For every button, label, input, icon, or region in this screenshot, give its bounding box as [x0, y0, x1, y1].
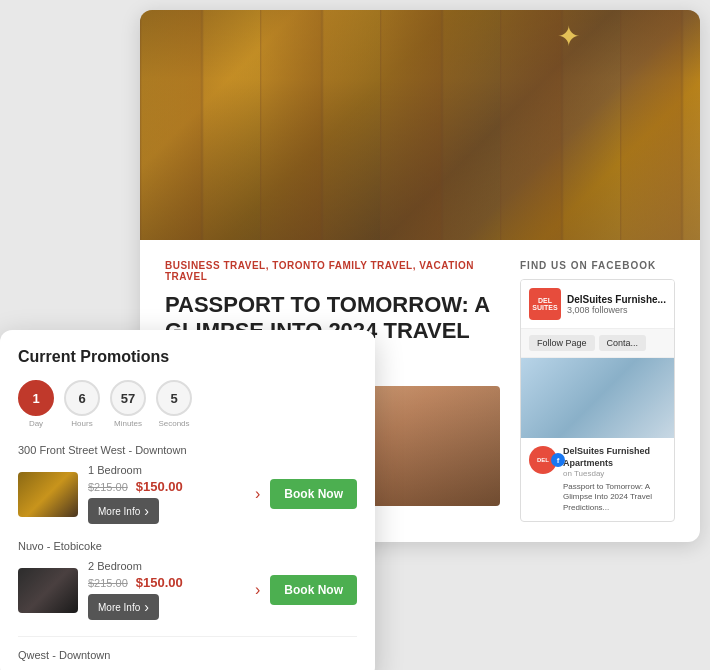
fb-actions: Follow Page Conta...	[521, 329, 674, 358]
fb-contact-button[interactable]: Conta...	[599, 335, 647, 351]
countdown-hours-label: Hours	[71, 419, 92, 428]
promotions-title: Current Promotions	[18, 348, 357, 366]
countdown-minutes: 57 Minutes	[110, 380, 146, 428]
countdown-seconds-circle: 5	[156, 380, 192, 416]
property-2-original-price: $215.00	[88, 577, 128, 589]
fb-facebook-icon: f	[551, 453, 565, 467]
countdown-hours-circle: 6	[64, 380, 100, 416]
property-1-name: 300 Front Street West - Downtown	[18, 444, 357, 456]
chandelier-decoration: ✦	[557, 20, 580, 53]
fb-post-date: on Tuesday	[563, 469, 666, 479]
property-1-card: 1 Bedroom $215.00 $150.00 More Info › Bo…	[18, 464, 357, 524]
property-2-sale-price: $150.00	[136, 575, 183, 590]
property-1-thumbnail	[18, 472, 78, 517]
property-2-prices: $215.00 $150.00	[88, 575, 245, 590]
fb-followers: 3,008 followers	[567, 305, 666, 315]
hero-image: ✦	[140, 10, 700, 240]
countdown-minutes-label: Minutes	[114, 419, 142, 428]
countdown-timer: 1 Day 6 Hours 57 Minutes 5 Seconds	[18, 380, 357, 428]
property-1-bedrooms: 1 Bedroom	[88, 464, 245, 476]
fb-follow-button[interactable]: Follow Page	[529, 335, 595, 351]
property-3-name: Qwest - Downtown	[18, 636, 357, 661]
countdown-seconds-label: Seconds	[158, 419, 189, 428]
property-2-arrow-icon: ›	[255, 581, 260, 599]
facebook-section-title: FIND US ON FACEBOOK	[520, 260, 675, 271]
countdown-hours: 6 Hours	[64, 380, 100, 428]
countdown-days: 1 Day	[18, 380, 54, 428]
property-2-image	[18, 568, 78, 613]
fb-post-excerpt: Passport to Tomorrow: A Glimpse Into 202…	[563, 482, 666, 513]
property-1-prices: $215.00 $150.00	[88, 479, 245, 494]
countdown-minutes-circle: 57	[110, 380, 146, 416]
countdown-days-label: Day	[29, 419, 43, 428]
property-2-name: Nuvo - Etobicoke	[18, 540, 357, 552]
article-tags: BUSINESS TRAVEL, TORONTO FAMILY TRAVEL, …	[165, 260, 500, 282]
facebook-widget: DELSUITES DelSuites Furnishe... 3,008 fo…	[520, 279, 675, 522]
property-2-info: 2 Bedroom $215.00 $150.00 More Info	[88, 560, 245, 620]
property-card-1: 300 Front Street West - Downtown 1 Bedro…	[18, 444, 357, 524]
property-1-more-info-button[interactable]: More Info	[88, 498, 159, 524]
fb-avatar: DEL f	[529, 446, 557, 474]
property-1-original-price: $215.00	[88, 481, 128, 493]
fb-header: DELSUITES DelSuites Furnishe... 3,008 fo…	[521, 280, 674, 329]
property-2-more-info-button[interactable]: More Info	[88, 594, 159, 620]
fb-post-page-name: DelSuites Furnished Apartments	[563, 446, 666, 469]
property-1-image	[18, 472, 78, 517]
property-1-book-now-button[interactable]: Book Now	[270, 479, 357, 509]
fb-page-name: DelSuites Furnishe...	[567, 294, 666, 305]
property-2-card: 2 Bedroom $215.00 $150.00 More Info › Bo…	[18, 560, 357, 620]
property-card-2: Nuvo - Etobicoke 2 Bedroom $215.00 $150.…	[18, 540, 357, 620]
property-2-bedrooms: 2 Bedroom	[88, 560, 245, 572]
fb-logo: DELSUITES	[529, 288, 561, 320]
fb-post-image	[521, 358, 674, 438]
countdown-seconds: 5 Seconds	[156, 380, 192, 428]
promotions-popup: Current Promotions 1 Day 6 Hours 57 Minu…	[0, 330, 375, 670]
property-2-book-now-button[interactable]: Book Now	[270, 575, 357, 605]
property-1-arrow-icon: ›	[255, 485, 260, 503]
countdown-days-circle: 1	[18, 380, 54, 416]
property-1-info: 1 Bedroom $215.00 $150.00 More Info	[88, 464, 245, 524]
fb-page-info: DelSuites Furnishe... 3,008 followers	[567, 294, 666, 315]
fb-post-info: DEL f DelSuites Furnished Apartments on …	[521, 438, 674, 521]
property-2-thumbnail	[18, 568, 78, 613]
property-1-sale-price: $150.00	[136, 479, 183, 494]
fb-post-text: DelSuites Furnished Apartments on Tuesda…	[563, 446, 666, 513]
sidebar: FIND US ON FACEBOOK DELSUITES DelSuites …	[520, 260, 675, 522]
